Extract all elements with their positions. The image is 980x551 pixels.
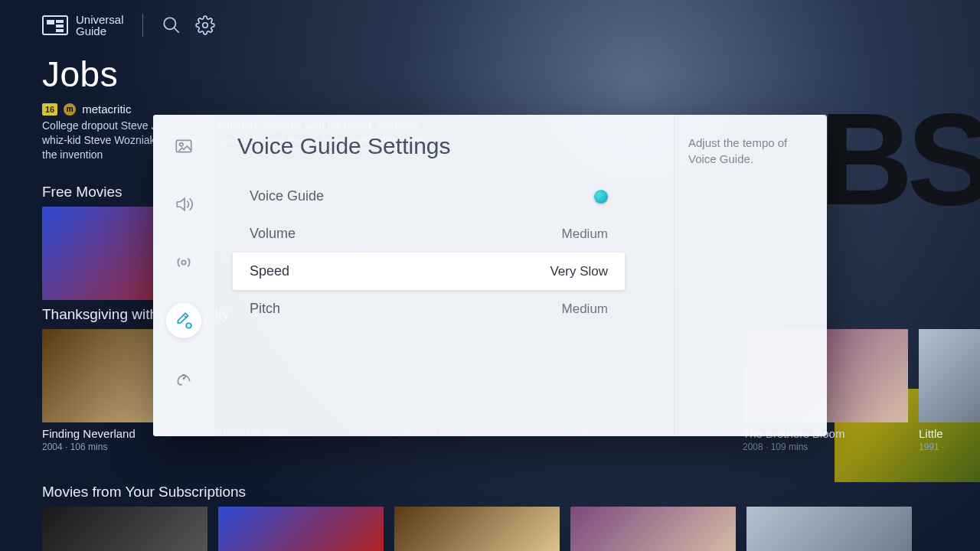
metacritic-icon: m: [64, 103, 76, 116]
settings-modal: Voice Guide Settings Voice Guide Volume …: [153, 115, 827, 436]
option-pitch[interactable]: Pitch Medium: [233, 290, 625, 328]
movie-tile[interactable]: [570, 507, 736, 551]
movie-tile[interactable]: [42, 507, 207, 551]
nav-broadcast-icon[interactable]: [166, 245, 201, 280]
option-label: Speed: [250, 263, 289, 279]
poster-thumbnail: [919, 329, 980, 422]
poster-thumbnail: [570, 507, 736, 551]
row-subscriptions: Movies from Your Subscriptions: [42, 484, 980, 551]
svg-point-0: [164, 18, 175, 29]
poster-thumbnail: [746, 507, 912, 551]
svg-point-4: [180, 143, 183, 146]
app-header: Universal Guide: [42, 14, 215, 37]
option-label: Volume: [250, 226, 296, 242]
age-rating-badge: 16: [42, 103, 57, 116]
guide-icon: [42, 15, 68, 35]
row-title: Movies from Your Subscriptions: [42, 484, 980, 500]
app-name-line2: Guide: [76, 25, 124, 37]
option-speed[interactable]: Speed Very Slow: [233, 253, 625, 290]
header-divider: [142, 14, 143, 37]
help-text: Adjust the tempo of Voice Guide.: [674, 115, 827, 436]
option-label: Pitch: [250, 301, 280, 317]
option-value: Very Slow: [550, 264, 608, 279]
search-icon[interactable]: [162, 15, 181, 35]
nav-general-icon[interactable]: [166, 303, 201, 338]
tile-meta: 2004 · 106 mins: [42, 442, 207, 452]
svg-line-1: [174, 28, 179, 33]
option-value: Medium: [562, 302, 608, 317]
poster-thumbnail: [394, 507, 560, 551]
svg-point-2: [202, 23, 207, 28]
svg-point-5: [181, 260, 185, 264]
tile-title: Little: [919, 427, 980, 440]
nav-sound-icon[interactable]: [166, 187, 201, 222]
toggle-on-indicator: [594, 190, 608, 204]
nav-picture-icon[interactable]: [166, 129, 201, 164]
option-value: Medium: [562, 227, 608, 242]
option-label: Voice Guide: [250, 188, 324, 204]
settings-icon[interactable]: [195, 15, 215, 35]
movie-tile[interactable]: [746, 507, 912, 551]
movie-tile[interactable]: Little 1991 ·: [919, 329, 980, 452]
movie-tile[interactable]: [394, 507, 560, 551]
poster-thumbnail: [218, 507, 384, 551]
rating-line: 16 m metacritic: [42, 103, 540, 116]
critic-label: metacritic: [82, 103, 131, 116]
nav-support-icon[interactable]: [166, 361, 201, 396]
featured-title: Jobs: [42, 54, 540, 95]
panel-title: Voice Guide Settings: [233, 133, 625, 159]
option-volume[interactable]: Volume Medium: [233, 215, 625, 253]
settings-nav-rail: [153, 115, 214, 436]
movie-tile[interactable]: [218, 507, 384, 551]
settings-panel: Voice Guide Settings Voice Guide Volume …: [214, 115, 827, 436]
app-name-line1: Universal: [76, 14, 124, 25]
tile-meta: 2008 · 109 mins: [743, 442, 908, 452]
universal-guide-logo: Universal Guide: [42, 14, 124, 37]
option-voice-guide[interactable]: Voice Guide: [233, 178, 625, 215]
svg-point-6: [186, 323, 191, 328]
poster-thumbnail: [42, 507, 207, 551]
tile-meta: 1991 ·: [919, 442, 980, 452]
